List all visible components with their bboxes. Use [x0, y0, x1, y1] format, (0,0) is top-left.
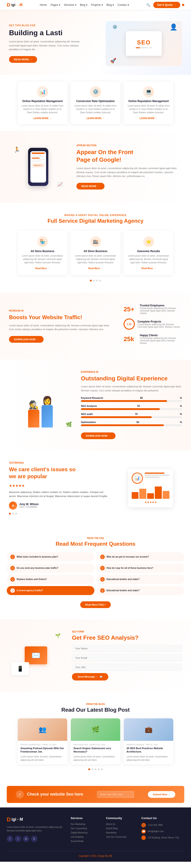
boost-title: Boosts Your Website Traffic! — [9, 314, 115, 321]
person-icon: 👤 — [170, 23, 178, 31]
blog-meta-0: DIGITAL MARKETING · APRIL 14, 2022 — [21, 744, 64, 746]
agency-link-1[interactable]: Read More → — [88, 267, 103, 270]
social-linkedin[interactable]: li — [31, 836, 37, 842]
seo-name-input[interactable] — [72, 645, 182, 652]
stat-projects: 1.1k Complete Projects Consectetuer adip… — [124, 318, 182, 330]
experience-image: 🕵️ 👩 🌿 — [9, 383, 72, 428]
agency-link-0[interactable]: Read More → — [35, 267, 50, 270]
footer-contact-col: Contact Us 📞 +123 456 7890 ✉️ info@digim… — [141, 816, 184, 844]
faq-item-3[interactable]: Q How do I pay for all of these business… — [97, 564, 184, 572]
blog-dot-4[interactable] — [101, 768, 103, 770]
footer-community-3[interactable]: Join Our Community — [106, 836, 135, 838]
faq-item-2[interactable]: Q Do you exist any business plan traffic… — [7, 564, 94, 572]
faq-text-4: Replace bodies and Grains? — [17, 578, 47, 581]
social-instagram[interactable]: in — [23, 836, 29, 842]
footer-service-1[interactable]: Seo Copywriting — [71, 827, 99, 830]
navbar: D igi - M Home Pages ▾ Services ▾ Blog ▾… — [0, 0, 191, 10]
nav-services[interactable]: Services ▾ — [64, 3, 76, 6]
hero-image: SEO 👤 🚀 ⚙️ — [106, 21, 182, 66]
seo-submit-button[interactable]: Send Message → 📨 — [72, 673, 108, 681]
service-link-2[interactable]: LEARN MORE → — [140, 117, 158, 120]
progress-label-2: SEO audit 70% — [81, 413, 182, 415]
experience-title: Outstanding Digital Experience — [81, 375, 182, 382]
nav-pages[interactable]: Pages ▾ — [51, 3, 60, 6]
blog-dot-0[interactable] — [88, 768, 90, 770]
testimonial-title: We care client's issues so we are popula… — [9, 466, 110, 480]
nav-blog[interactable]: Blog ▾ — [80, 3, 87, 6]
stat-text-2: Happy Clients Consectetuer adipiscing el… — [140, 334, 182, 344]
faq-item-7[interactable]: Q Educational bodies and stabs? — [97, 586, 184, 595]
service-link-0[interactable]: LEARN MORE → — [33, 117, 51, 120]
blog-dot-2[interactable] — [94, 768, 97, 770]
dot-2[interactable] — [96, 280, 98, 281]
experience-cta-button[interactable]: DOWNLOAD NOW → — [81, 432, 115, 439]
footer-logo-d: D — [7, 816, 10, 823]
cta-url-input[interactable] — [97, 791, 134, 798]
hero-cta-button[interactable]: READ MORE → — [9, 56, 37, 63]
progress-label-0: Keyword Research 85% — [81, 397, 182, 399]
testi-dot-1[interactable] — [12, 513, 14, 515]
social-facebook[interactable]: f — [7, 836, 13, 842]
blog-image-1: 🌿 — [71, 718, 120, 741]
agency-card-1: 🏬 All Store Business Lorem ipsum dolor s… — [71, 231, 120, 275]
get-quote-button[interactable]: Get A Quote → — [153, 2, 180, 8]
footer-service-3[interactable]: Link Building — [71, 836, 99, 838]
boost-stats: 25+ Trusted Employees Consectetuer adipi… — [124, 304, 182, 348]
footer-bottom: Copyright © 2022. Design By DM — [7, 851, 184, 857]
nav-home[interactable]: Home — [40, 3, 47, 6]
faq-item-4[interactable]: Q Replace bodies and Grains? — [7, 575, 94, 584]
footer-community-links: About Us Digi-M Blog Newsletter Join Our… — [106, 823, 135, 838]
faq-item-0[interactable]: Q What is/are included to business plan? — [7, 552, 94, 561]
faq-item-1[interactable]: Q Who do we get to increase our income? — [97, 552, 184, 561]
progress-optimization: Optimization 82% — [81, 421, 182, 426]
footer-service-4[interactable]: Social Media — [71, 840, 99, 842]
agency-link-2[interactable]: Read More → — [141, 267, 156, 270]
faq-item-6[interactable]: Q Is invest agency fruitful? — [7, 586, 94, 595]
progress-seo-analysis: SEO Analysis 78% — [81, 405, 182, 410]
phone-icon: 📞 — [141, 823, 146, 828]
appear-cta-button[interactable]: READ MORE → — [76, 183, 105, 189]
search-icon[interactable]: 🔍 — [146, 3, 150, 7]
agency-card-0: 🏪 All Store Business Lorem ipsum dolor s… — [18, 231, 67, 275]
agency-card-title-0: All Store Business — [22, 250, 63, 253]
faq-more-button[interactable]: Read More FAQ + — [80, 601, 111, 608]
footer-community-1[interactable]: Digi-M Blog — [106, 827, 135, 830]
blog-post-title-2: 20 SEO Best Practices Website Architectu… — [127, 747, 170, 754]
footer-community-0[interactable]: About Us — [106, 823, 135, 826]
author-role: CEO / FOUNDER — [19, 506, 39, 508]
faq-plus-icon-0: Q — [10, 555, 15, 559]
agency-icon-1: 🏬 — [90, 236, 101, 247]
dot-0[interactable] — [90, 280, 92, 281]
service-link-1[interactable]: LEARN MORE → — [86, 117, 105, 120]
cta-submit-button[interactable]: Submit Now → — [148, 791, 175, 798]
stat-num-0: 25+ — [124, 306, 137, 313]
seo-email-input[interactable] — [72, 654, 182, 661]
footer-about: D igi - M Lorem ipsum dolor sit amet, co… — [7, 816, 64, 844]
footer-brand[interactable]: DM — [109, 855, 112, 857]
footer-service-2[interactable]: Digital Marketing — [71, 832, 99, 834]
faq-item-5[interactable]: Q Educational bodies and stabs? — [97, 575, 184, 584]
progress-keyword: Keyword Research 85% — [81, 397, 182, 402]
social-twitter[interactable]: t — [15, 836, 21, 842]
nav-links: Home Pages ▾ Services ▾ Blog ▾ Projects … — [40, 3, 129, 6]
dot-1[interactable] — [93, 280, 95, 281]
nav-projects[interactable]: Projects ▾ — [91, 3, 103, 6]
footer-logo: D igi - M — [7, 816, 64, 823]
hero-section: GET TIPS BLOG FOR Building a Lasti Lorem… — [0, 10, 191, 75]
faq-plus-icon-3: Q — [100, 566, 105, 570]
testi-dot-0[interactable] — [9, 513, 11, 515]
footer-service-0[interactable]: Seo Marketing — [71, 823, 99, 826]
testi-dot-2[interactable] — [15, 513, 17, 515]
dot-3[interactable] — [99, 280, 101, 281]
blog-dot-1[interactable] — [91, 768, 93, 770]
person-running-icon: 🏃 — [13, 147, 20, 153]
nav-contact[interactable]: Contact ▾ — [117, 3, 129, 6]
footer-community-2[interactable]: Newsletter — [106, 832, 135, 834]
nav-blog2[interactable]: Blog ▾ — [107, 3, 114, 6]
progress-label-3: Optimization 82% — [81, 421, 182, 424]
seo-url-input[interactable] — [72, 664, 182, 671]
boost-cta-button[interactable]: DOWNLOAD NOW → — [9, 336, 44, 343]
footer-community-heading: Community — [106, 816, 135, 820]
footer-phone-text: +123 456 7890 — [147, 824, 163, 826]
blog-dot-3[interactable] — [98, 768, 100, 770]
